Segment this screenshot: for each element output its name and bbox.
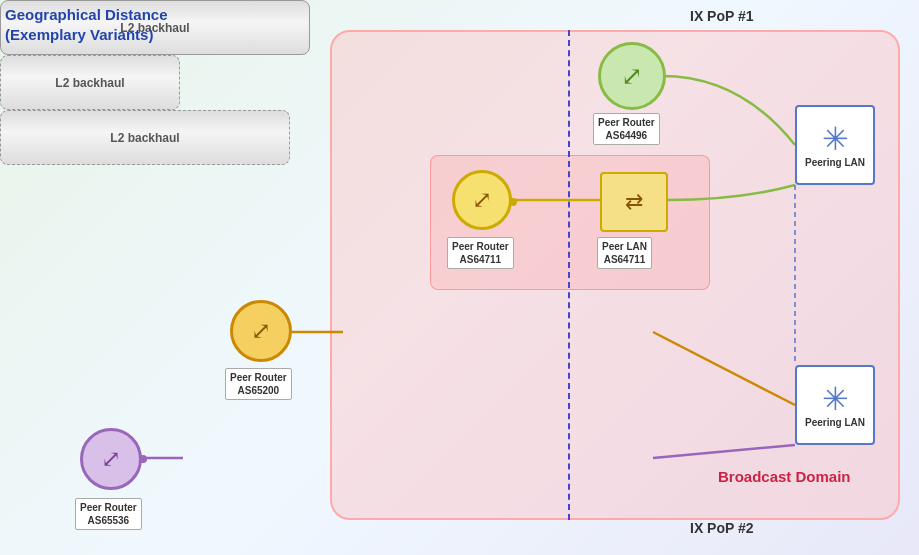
- title-line1: Geographical Distance: [5, 6, 168, 23]
- router-purple: ⤢: [80, 428, 142, 490]
- peering-lan-2-label: Peering LAN: [805, 417, 865, 428]
- router-gold-name: Peer Router: [452, 241, 509, 252]
- dot-purple: [139, 455, 147, 463]
- ixpop1-label: IX PoP #1: [690, 8, 754, 24]
- peering-lan-1: ✳ Peering LAN: [795, 105, 875, 185]
- peer-lan-label: Peer LAN AS64711: [597, 237, 652, 269]
- router-purple-label: Peer Router AS65536: [75, 498, 142, 530]
- ixpop2-label: IX PoP #2: [690, 520, 754, 536]
- l2-backhaul-2a: L2 backhaul: [0, 55, 180, 110]
- router-orange-name: Peer Router: [230, 372, 287, 383]
- l2-backhaul-2b: L2 backhaul: [0, 110, 290, 165]
- router-purple-name: Peer Router: [80, 502, 137, 513]
- l2-backhaul-2a-label: L2 backhaul: [55, 76, 124, 90]
- router-gold-asn: AS64711: [459, 254, 501, 265]
- router-orange-label: Peer Router AS65200: [225, 368, 292, 400]
- dashed-divider: [568, 30, 570, 520]
- router-green-name: Peer Router: [598, 117, 655, 128]
- page-title: Geographical Distance (Exemplary Variant…: [5, 5, 168, 44]
- title-line2: (Exemplary Variants): [5, 26, 153, 43]
- peer-lan-gold-box: ⇄: [600, 172, 668, 232]
- main-container: Geographical Distance (Exemplary Variant…: [0, 0, 919, 555]
- router-gold: ⤢: [452, 170, 512, 230]
- dot-gold: [509, 198, 517, 206]
- snowflake-icon-1: ✳: [822, 123, 849, 155]
- peer-lan-asn: AS64711: [604, 254, 646, 265]
- peering-lan-2: ✳ Peering LAN: [795, 365, 875, 445]
- router-green-label: Peer Router AS64496: [593, 113, 660, 145]
- peering-lan-1-label: Peering LAN: [805, 157, 865, 168]
- router-purple-asn: AS65536: [87, 515, 129, 526]
- broadcast-domain-label: Broadcast Domain: [718, 468, 851, 485]
- router-green: ⤢: [598, 42, 666, 110]
- router-gold-label: Peer Router AS64711: [447, 237, 514, 269]
- router-orange-asn: AS65200: [237, 385, 279, 396]
- snowflake-icon-2: ✳: [822, 383, 849, 415]
- peer-lan-name: Peer LAN: [602, 241, 647, 252]
- router-orange: ⤢: [230, 300, 292, 362]
- router-green-asn: AS64496: [605, 130, 647, 141]
- l2-backhaul-2b-label: L2 backhaul: [110, 131, 179, 145]
